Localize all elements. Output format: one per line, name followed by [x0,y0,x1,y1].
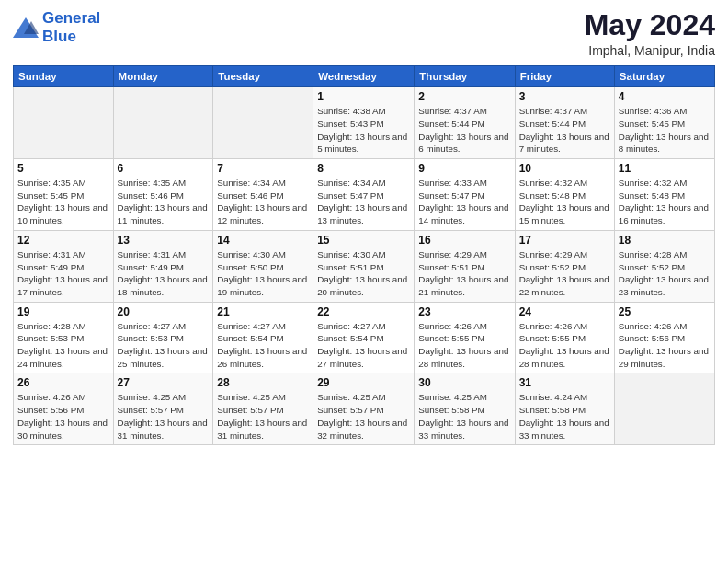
main-title: May 2024 [585,9,715,41]
calendar-cell: 15Sunrise: 4:30 AMSunset: 5:51 PMDayligh… [313,230,415,302]
day-number: 14 [217,234,309,247]
calendar-cell: 8Sunrise: 4:34 AMSunset: 5:47 PMDaylight… [313,159,415,231]
calendar-cell: 12Sunrise: 4:31 AMSunset: 5:49 PMDayligh… [14,230,114,302]
calendar-cell: 26Sunrise: 4:26 AMSunset: 5:56 PMDayligh… [14,373,114,445]
title-area: May 2024 Imphal, Manipur, India [585,9,715,58]
calendar-cell: 2Sunrise: 4:37 AMSunset: 5:44 PMDaylight… [415,87,515,159]
day-number: 17 [519,234,610,247]
logo-icon [13,17,39,38]
day-number: 1 [317,90,410,103]
day-number: 31 [519,376,610,389]
calendar-cell: 5Sunrise: 4:35 AMSunset: 5:45 PMDaylight… [14,159,114,231]
calendar-cell: 22Sunrise: 4:27 AMSunset: 5:54 PMDayligh… [313,302,415,373]
day-info: Sunrise: 4:29 AMSunset: 5:52 PMDaylight:… [519,248,610,299]
calendar-cell: 18Sunrise: 4:28 AMSunset: 5:52 PMDayligh… [614,230,714,302]
day-info: Sunrise: 4:25 AMSunset: 5:57 PMDaylight:… [118,391,210,442]
day-info: Sunrise: 4:35 AMSunset: 5:45 PMDaylight:… [17,177,109,227]
calendar-cell: 19Sunrise: 4:28 AMSunset: 5:53 PMDayligh… [14,302,114,373]
calendar-cell: 27Sunrise: 4:25 AMSunset: 5:57 PMDayligh… [113,373,213,445]
day-number: 26 [17,376,109,389]
calendar-cell: 29Sunrise: 4:25 AMSunset: 5:57 PMDayligh… [313,373,415,445]
calendar-cell: 21Sunrise: 4:27 AMSunset: 5:54 PMDayligh… [213,302,313,373]
calendar-header-friday: Friday [515,66,614,87]
calendar-cell: 28Sunrise: 4:25 AMSunset: 5:57 PMDayligh… [213,373,313,445]
day-number: 6 [118,162,210,175]
day-info: Sunrise: 4:31 AMSunset: 5:49 PMDaylight:… [118,248,210,299]
page-container: General Blue May 2024 Imphal, Manipur, I… [0,0,728,453]
subtitle: Imphal, Manipur, India [585,43,715,58]
calendar-week-5: 26Sunrise: 4:26 AMSunset: 5:56 PMDayligh… [14,373,715,445]
day-info: Sunrise: 4:33 AMSunset: 5:47 PMDaylight:… [418,177,510,227]
day-info: Sunrise: 4:26 AMSunset: 5:55 PMDaylight:… [418,320,510,371]
calendar-cell: 3Sunrise: 4:37 AMSunset: 5:44 PMDaylight… [515,87,614,159]
calendar-cell: 20Sunrise: 4:27 AMSunset: 5:53 PMDayligh… [113,302,213,373]
calendar-cell: 17Sunrise: 4:29 AMSunset: 5:52 PMDayligh… [515,230,614,302]
day-number: 19 [17,305,109,318]
calendar-week-1: 1Sunrise: 4:38 AMSunset: 5:43 PMDaylight… [14,87,715,159]
calendar-cell: 24Sunrise: 4:26 AMSunset: 5:55 PMDayligh… [515,302,614,373]
calendar-cell: 25Sunrise: 4:26 AMSunset: 5:56 PMDayligh… [614,302,714,373]
day-number: 29 [317,376,410,389]
calendar-header-row: SundayMondayTuesdayWednesdayThursdayFrid… [14,66,715,87]
day-number: 4 [619,90,711,103]
day-number: 7 [217,162,309,175]
calendar-cell: 4Sunrise: 4:36 AMSunset: 5:45 PMDaylight… [614,87,714,159]
calendar-cell: 11Sunrise: 4:32 AMSunset: 5:48 PMDayligh… [614,159,714,231]
day-info: Sunrise: 4:24 AMSunset: 5:58 PMDaylight:… [519,391,610,442]
calendar-cell: 23Sunrise: 4:26 AMSunset: 5:55 PMDayligh… [415,302,515,373]
day-number: 25 [619,305,711,318]
day-info: Sunrise: 4:27 AMSunset: 5:53 PMDaylight:… [118,320,210,371]
calendar-week-3: 12Sunrise: 4:31 AMSunset: 5:49 PMDayligh… [14,230,715,302]
calendar-cell: 30Sunrise: 4:25 AMSunset: 5:58 PMDayligh… [415,373,515,445]
day-number: 30 [418,376,510,389]
calendar-cell [213,87,313,159]
logo-text: General Blue [42,9,100,45]
calendar-cell: 13Sunrise: 4:31 AMSunset: 5:49 PMDayligh… [113,230,213,302]
day-number: 23 [418,305,510,318]
calendar-header-tuesday: Tuesday [213,66,313,87]
calendar-cell: 14Sunrise: 4:30 AMSunset: 5:50 PMDayligh… [213,230,313,302]
calendar-header-sunday: Sunday [14,66,114,87]
day-number: 9 [418,162,510,175]
day-number: 22 [317,305,410,318]
day-number: 18 [619,234,711,247]
calendar-header-saturday: Saturday [614,66,714,87]
day-info: Sunrise: 4:25 AMSunset: 5:57 PMDaylight:… [217,391,309,442]
day-info: Sunrise: 4:35 AMSunset: 5:46 PMDaylight:… [118,177,210,227]
day-number: 27 [118,376,210,389]
calendar-cell: 31Sunrise: 4:24 AMSunset: 5:58 PMDayligh… [515,373,614,445]
calendar-cell: 7Sunrise: 4:34 AMSunset: 5:46 PMDaylight… [213,159,313,231]
logo: General Blue [13,9,100,45]
day-number: 15 [317,234,410,247]
calendar-week-2: 5Sunrise: 4:35 AMSunset: 5:45 PMDaylight… [14,159,715,231]
day-info: Sunrise: 4:30 AMSunset: 5:51 PMDaylight:… [317,248,410,299]
day-info: Sunrise: 4:28 AMSunset: 5:53 PMDaylight:… [17,320,109,371]
day-info: Sunrise: 4:28 AMSunset: 5:52 PMDaylight:… [619,248,711,299]
day-number: 5 [17,162,109,175]
calendar-cell: 1Sunrise: 4:38 AMSunset: 5:43 PMDaylight… [313,87,415,159]
day-info: Sunrise: 4:34 AMSunset: 5:47 PMDaylight:… [317,177,410,227]
day-info: Sunrise: 4:34 AMSunset: 5:46 PMDaylight:… [217,177,309,227]
calendar-header-monday: Monday [113,66,213,87]
calendar-header-thursday: Thursday [415,66,515,87]
day-number: 24 [519,305,610,318]
day-info: Sunrise: 4:30 AMSunset: 5:50 PMDaylight:… [217,248,309,299]
calendar-cell: 6Sunrise: 4:35 AMSunset: 5:46 PMDaylight… [113,159,213,231]
calendar-cell [113,87,213,159]
day-info: Sunrise: 4:31 AMSunset: 5:49 PMDaylight:… [17,248,109,299]
day-info: Sunrise: 4:26 AMSunset: 5:56 PMDaylight:… [17,391,109,442]
day-info: Sunrise: 4:36 AMSunset: 5:45 PMDaylight:… [619,105,711,155]
day-number: 8 [317,162,410,175]
calendar-cell [614,373,714,445]
day-number: 12 [17,234,109,247]
calendar-header-wednesday: Wednesday [313,66,415,87]
day-number: 20 [118,305,210,318]
day-number: 3 [519,90,610,103]
day-info: Sunrise: 4:26 AMSunset: 5:56 PMDaylight:… [619,320,711,371]
calendar-cell: 9Sunrise: 4:33 AMSunset: 5:47 PMDaylight… [415,159,515,231]
day-number: 13 [118,234,210,247]
day-number: 28 [217,376,309,389]
day-info: Sunrise: 4:32 AMSunset: 5:48 PMDaylight:… [619,177,711,227]
calendar-cell: 16Sunrise: 4:29 AMSunset: 5:51 PMDayligh… [415,230,515,302]
day-info: Sunrise: 4:26 AMSunset: 5:55 PMDaylight:… [519,320,610,371]
